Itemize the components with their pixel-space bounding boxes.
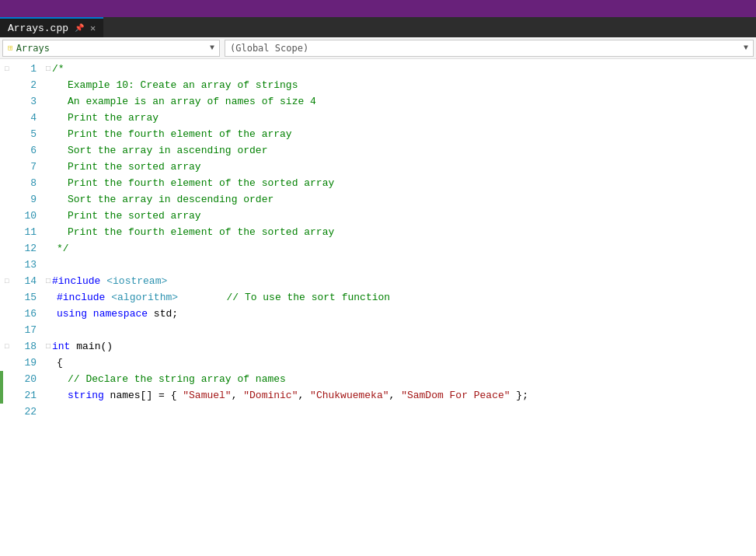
code-line-14: □#include <iostream> [43, 273, 756, 289]
active-tab[interactable]: Arrays.cpp 📌 ✕ [0, 17, 103, 37]
code-line-5: Print the fourth element of the array [43, 126, 756, 142]
code-line-18: □int main() [43, 338, 756, 355]
line-num-4: 4 [0, 110, 43, 126]
tab-bar: Arrays.cpp 📌 ✕ [0, 17, 756, 37]
line-num-8: 8 [0, 175, 43, 191]
editor-container: Arrays.cpp 📌 ✕ ⊞ Arrays ▼ (Global Scope)… [0, 0, 756, 556]
code-line-6: Sort the array in ascending order [43, 142, 756, 159]
code-line-4: Print the array [43, 110, 756, 126]
code-line-17 [43, 322, 756, 338]
line-num-22: 22 [0, 404, 43, 420]
code-area[interactable]: □/* Example 10: Create an array of strin… [43, 59, 756, 556]
editor-body: 1□ 2 3 4 5 6 7 8 9 10 11 12 13 14□ 15 16… [0, 59, 756, 556]
code-line-8: Print the fourth element of the sorted a… [43, 175, 756, 191]
collapse-icon-1[interactable]: □ [46, 65, 51, 73]
line-num-6: 6 [0, 142, 43, 159]
line-num-14: 14□ [0, 273, 43, 289]
code-line-3: An example is an array of names of size … [43, 93, 756, 110]
code-line-20: // Declare the string array of names [43, 371, 756, 387]
collapse-marker-1[interactable]: □ [5, 65, 9, 73]
code-line-13 [43, 257, 756, 273]
line-num-13: 13 [0, 257, 43, 273]
collapse-marker-14[interactable]: □ [5, 278, 9, 285]
scope-selector-left[interactable]: ⊞ Arrays ▼ [2, 40, 220, 57]
nav-left-label: Arrays [16, 43, 50, 54]
code-line-16: using namespace std; [43, 306, 756, 322]
line-num-1: 1□ [0, 61, 43, 77]
line-num-9: 9 [0, 191, 43, 208]
code-line-15: #include <algorithm> // To use the sort … [43, 289, 756, 306]
line-num-19: 19 [0, 355, 43, 371]
tab-pin-icon: 📌 [75, 23, 84, 33]
line-num-7: 7 [0, 159, 43, 175]
code-line-2: Example 10: Create an array of strings [43, 77, 756, 93]
file-icon: ⊞ [8, 43, 13, 53]
line-num-18: 18□ [0, 338, 43, 355]
nav-left-arrow[interactable]: ▼ [210, 44, 214, 52]
line-num-11: 11 [0, 224, 43, 240]
code-line-11: Print the fourth element of the sorted a… [43, 224, 756, 240]
line-num-20: 20 [0, 371, 43, 387]
nav-right-arrow[interactable]: ▼ [744, 44, 748, 52]
nav-bar: ⊞ Arrays ▼ (Global Scope) ▼ [0, 37, 756, 59]
code-line-9: Sort the array in descending order [43, 191, 756, 208]
line-num-17: 17 [0, 322, 43, 338]
collapse-icon-18[interactable]: □ [46, 342, 51, 351]
code-line-7: Print the sorted array [43, 159, 756, 175]
code-line-10: Print the sorted array [43, 208, 756, 224]
line-num-12: 12 [0, 240, 43, 257]
collapse-marker-18[interactable]: □ [5, 343, 9, 351]
line-num-3: 3 [0, 93, 43, 110]
title-bar [0, 0, 756, 17]
scope-selector-right[interactable]: (Global Scope) ▼ [225, 40, 754, 57]
code-line-19: { [43, 355, 756, 371]
line-number-gutter: 1□ 2 3 4 5 6 7 8 9 10 11 12 13 14□ 15 16… [0, 59, 43, 556]
tab-filename: Arrays.cpp [8, 23, 68, 34]
collapse-icon-14[interactable]: □ [46, 277, 51, 285]
tab-close-icon[interactable]: ✕ [90, 23, 96, 34]
line-num-10: 10 [0, 208, 43, 224]
nav-right-label: (Global Scope) [230, 43, 308, 54]
code-line-22 [43, 404, 756, 420]
code-line-1: □/* [43, 61, 756, 77]
line-num-5: 5 [0, 126, 43, 142]
code-line-21: string names[] = { "Samuel", "Dominic", … [43, 387, 756, 404]
line-num-15: 15 [0, 289, 43, 306]
code-line-12: */ [43, 240, 756, 257]
line-num-2: 2 [0, 77, 43, 93]
line-num-21: 21 [0, 387, 43, 404]
line-num-16: 16 [0, 306, 43, 322]
